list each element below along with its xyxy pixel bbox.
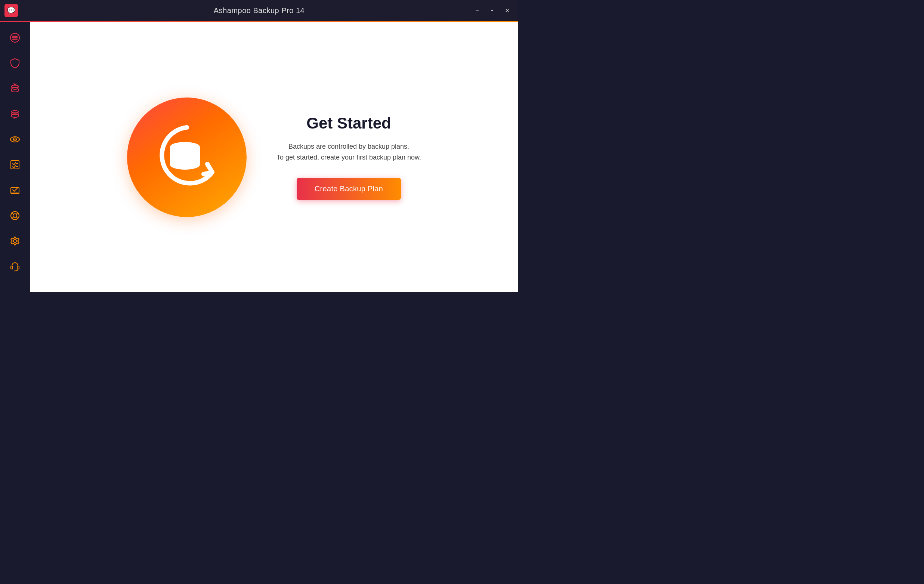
svg-point-23 xyxy=(13,239,16,243)
get-started-container: Get Started Backups are controlled by ba… xyxy=(45,97,503,217)
sidebar-item-protection[interactable] xyxy=(4,52,26,74)
sidebar-item-tasks[interactable] xyxy=(4,153,26,176)
maximize-button[interactable]: ▪ xyxy=(485,4,499,17)
hero-illustration xyxy=(127,97,247,217)
backup-icon xyxy=(9,83,21,94)
main-layout: Get Started Backups are controlled by ba… xyxy=(0,22,518,292)
notification-button[interactable]: 💬 xyxy=(5,4,18,17)
restore-icon xyxy=(9,108,21,120)
title-bar: 💬 Ashampoo Backup Pro 14 − ▪ ✕ xyxy=(0,0,518,21)
gear-icon xyxy=(9,235,21,247)
database-backup-icon xyxy=(149,120,224,195)
svg-point-33 xyxy=(170,160,200,170)
body-line-1: Backups are controlled by backup plans. xyxy=(289,143,409,150)
support-icon xyxy=(9,261,21,272)
drive-check-icon xyxy=(9,185,21,196)
shield-icon xyxy=(9,58,21,69)
minimize-button[interactable]: − xyxy=(470,4,484,17)
sidebar-item-backup[interactable] xyxy=(4,78,26,100)
svg-point-10 xyxy=(15,139,16,140)
svg-point-26 xyxy=(15,271,16,272)
sidebar-item-drive-check[interactable] xyxy=(4,179,26,201)
notification-icon: 💬 xyxy=(7,7,15,15)
svg-line-19 xyxy=(12,213,13,214)
svg-line-22 xyxy=(16,217,18,219)
svg-rect-11 xyxy=(11,161,19,169)
get-started-text: Get Started Backups are controlled by ba… xyxy=(277,114,421,200)
content-area: Get Started Backups are controlled by ba… xyxy=(30,22,518,292)
window-title: Ashampoo Backup Pro 14 xyxy=(214,7,305,15)
menu-icon xyxy=(10,33,20,43)
get-started-heading: Get Started xyxy=(277,114,421,132)
sidebar-item-monitor[interactable] xyxy=(4,128,26,150)
sidebar-item-settings[interactable] xyxy=(4,230,26,252)
svg-rect-24 xyxy=(11,266,13,269)
sidebar-item-restore[interactable] xyxy=(4,103,26,125)
hero-circle xyxy=(127,97,247,217)
sidebar-item-rescue[interactable] xyxy=(4,205,26,227)
body-line-2: To get started, create your first backup… xyxy=(277,153,421,161)
create-backup-plan-button[interactable]: Create Backup Plan xyxy=(297,178,401,200)
svg-point-16 xyxy=(16,193,18,194)
svg-rect-25 xyxy=(17,266,19,269)
rescue-icon xyxy=(9,210,21,221)
get-started-body: Backups are controlled by backup plans. … xyxy=(277,141,421,163)
sidebar xyxy=(0,22,30,292)
eye-icon xyxy=(9,134,21,145)
svg-line-20 xyxy=(16,213,18,214)
window-controls: − ▪ ✕ xyxy=(470,4,514,17)
tasks-icon xyxy=(9,159,21,170)
close-button[interactable]: ✕ xyxy=(500,4,514,17)
sidebar-item-menu[interactable] xyxy=(4,26,26,49)
svg-line-21 xyxy=(12,217,13,219)
sidebar-item-support[interactable] xyxy=(4,255,26,278)
